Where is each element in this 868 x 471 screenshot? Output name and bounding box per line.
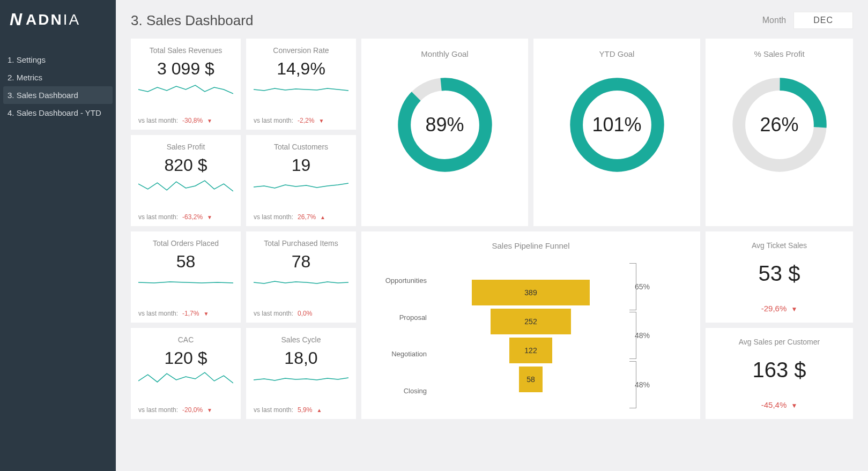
sparkline-icon bbox=[138, 178, 233, 195]
kpi-delta-label: vs last month: bbox=[254, 310, 293, 317]
page-title: 3. Sales Dashboard bbox=[131, 12, 253, 29]
kpi-delta: vs last month: -1,7% ▼ bbox=[138, 310, 233, 317]
funnel-bar: 58 bbox=[519, 367, 543, 392]
arrow-down-icon: ▼ bbox=[207, 407, 212, 413]
funnel-conversion: 48% bbox=[635, 372, 687, 398]
arrow-down-icon: ▼ bbox=[207, 118, 212, 124]
kpi-delta-label: vs last month: bbox=[138, 213, 178, 221]
kpi-delta: vs last month: -20,0% ▼ bbox=[138, 406, 233, 414]
sparkline-icon bbox=[138, 275, 233, 291]
arrow-down-icon: ▼ bbox=[207, 214, 212, 220]
kpi-value: 58 bbox=[176, 252, 196, 272]
sparkline-icon bbox=[254, 82, 348, 98]
donut-value: 26% bbox=[726, 71, 833, 178]
kpi-delta-value: -2,2% bbox=[298, 117, 314, 124]
kpi-title: Sales Profit bbox=[167, 143, 205, 151]
donut-row: Monthly Goal 89% YTD Goal 101% bbox=[361, 39, 700, 226]
kpi-delta-label: vs last month: bbox=[254, 117, 293, 124]
avg-value: 53 $ bbox=[759, 261, 800, 286]
arrow-down-icon: ▼ bbox=[791, 305, 797, 313]
donut-title: YTD Goal bbox=[599, 49, 635, 58]
kpi-delta-value: -1,7% bbox=[182, 310, 199, 317]
sparkline-icon bbox=[138, 82, 233, 98]
funnel-bar: 122 bbox=[509, 338, 552, 363]
kpi-delta: vs last month: 5,9% ▲ bbox=[254, 406, 348, 414]
arrow-up-icon: ▲ bbox=[316, 407, 322, 413]
logo-text-a: ADN bbox=[26, 11, 63, 28]
funnel-label: Opportunities bbox=[374, 276, 427, 285]
kpi-delta-label: vs last month: bbox=[138, 406, 178, 414]
kpi-title: Total Sales Revenues bbox=[150, 46, 222, 55]
arrow-down-icon: ▼ bbox=[791, 402, 797, 409]
kpi-card-conversion-rate: Conversion Rate 14,9% vs last month: -2,… bbox=[246, 39, 356, 130]
kpi-delta-value: 5,9% bbox=[298, 406, 312, 414]
kpi-value: 120 $ bbox=[164, 348, 207, 368]
funnel-label: Negotiation bbox=[374, 350, 427, 358]
donut-card-sales-profit-pct: % Sales Profit 26% bbox=[706, 39, 853, 226]
sidebar: N ADNIA 1. Settings 2. Metrics 3. Sales … bbox=[0, 0, 116, 471]
kpi-card-total-customers: Total Customers 19 vs last month: 26,7% … bbox=[246, 135, 356, 226]
funnel-bars: 389 252 122 58 bbox=[433, 262, 628, 409]
sidebar-item-sales-dashboard-ytd[interactable]: 4. Sales Dashboard - YTD bbox=[0, 104, 116, 122]
sidebar-item-metrics[interactable]: 2. Metrics bbox=[0, 69, 116, 86]
kpi-title: CAC bbox=[178, 335, 194, 344]
funnel-conversion: 48% bbox=[635, 323, 687, 348]
avg-title: Avg Sales per Customer bbox=[739, 338, 820, 346]
arrow-down-icon: ▼ bbox=[203, 311, 209, 317]
brand-logo: N ADNIA bbox=[0, 10, 116, 51]
main-content: 3. Sales Dashboard Month DEC Total Sales… bbox=[116, 0, 868, 471]
donut-chart: 26% bbox=[726, 71, 833, 178]
kpi-value: 14,9% bbox=[277, 59, 325, 79]
logo-icon: N bbox=[10, 10, 20, 29]
funnel-card: Sales Pipeline Funnel Opportunities Prop… bbox=[361, 231, 700, 419]
funnel-conversion-value: 48% bbox=[635, 331, 650, 340]
kpi-value: 78 bbox=[292, 252, 311, 272]
logo-text: ADNIA bbox=[26, 11, 80, 28]
kpi-card-total-purchased-items: Total Purchased Items 78 vs last month: … bbox=[246, 231, 356, 323]
avg-delta-value: -29,6% bbox=[761, 304, 787, 313]
dashboard-grid: Total Sales Revenues 3 099 $ vs last mon… bbox=[131, 39, 853, 461]
kpi-delta: vs last month: -30,8% ▼ bbox=[138, 117, 233, 124]
kpi-delta: vs last month: -63,2% ▼ bbox=[138, 213, 233, 221]
kpi-title: Sales Cycle bbox=[281, 335, 321, 344]
kpi-delta-value: 0,0% bbox=[298, 310, 312, 317]
kpi-title: Total Purchased Items bbox=[264, 239, 338, 248]
avg-delta: -29,6% ▼ bbox=[761, 304, 798, 313]
kpi-title: Conversion Rate bbox=[273, 46, 329, 55]
funnel-conversion: 65% bbox=[635, 274, 687, 300]
donut-chart: 89% bbox=[391, 71, 499, 178]
avg-value: 163 $ bbox=[752, 358, 806, 382]
kpi-value: 3 099 $ bbox=[157, 59, 214, 79]
kpi-delta-value: -20,0% bbox=[182, 406, 203, 414]
kpi-card-sales-cycle: Sales Cycle 18,0 vs last month: 5,9% ▲ bbox=[246, 328, 356, 419]
sidebar-item-sales-dashboard[interactable]: 3. Sales Dashboard bbox=[3, 86, 113, 104]
kpi-title: Total Customers bbox=[274, 143, 328, 151]
funnel-label: Proposal bbox=[374, 313, 427, 322]
month-selector[interactable]: DEC bbox=[793, 12, 853, 29]
kpi-delta-label: vs last month: bbox=[254, 213, 293, 221]
kpi-delta: vs last month: -2,2% ▼ bbox=[254, 117, 348, 124]
avg-card-sales-per-customer: Avg Sales per Customer 163 $ -45,4% ▼ bbox=[706, 328, 853, 419]
avg-title: Avg Ticket Sales bbox=[752, 241, 807, 250]
topbar: 3. Sales Dashboard Month DEC bbox=[131, 12, 853, 29]
arrow-up-icon: ▲ bbox=[320, 214, 325, 220]
kpi-value: 19 bbox=[292, 155, 311, 175]
kpi-delta-label: vs last month: bbox=[138, 310, 178, 317]
arrow-down-icon: ▼ bbox=[318, 118, 324, 124]
sparkline-icon bbox=[254, 275, 348, 291]
kpi-card-sales-profit: Sales Profit 820 $ vs last month: -63,2%… bbox=[131, 135, 241, 226]
logo-text-b: IA bbox=[63, 11, 80, 28]
funnel-conversion-value: 65% bbox=[635, 282, 650, 291]
sparkline-icon bbox=[138, 371, 233, 387]
funnel-bar: 389 bbox=[472, 280, 590, 305]
donut-card-monthly-goal: Monthly Goal 89% bbox=[361, 39, 528, 226]
kpi-card-total-orders: Total Orders Placed 58 vs last month: -1… bbox=[131, 231, 241, 323]
funnel-stage-labels: Opportunities Proposal Negotiation Closi… bbox=[374, 262, 433, 409]
kpi-title: Total Orders Placed bbox=[153, 239, 219, 248]
sidebar-item-settings[interactable]: 1. Settings bbox=[0, 51, 116, 69]
funnel-title: Sales Pipeline Funnel bbox=[374, 241, 687, 250]
avg-delta: -45,4% ▼ bbox=[761, 400, 798, 409]
donut-value: 101% bbox=[563, 71, 671, 178]
funnel-conversions: 65% 48% 48% bbox=[628, 262, 687, 409]
sparkline-icon bbox=[254, 178, 348, 195]
